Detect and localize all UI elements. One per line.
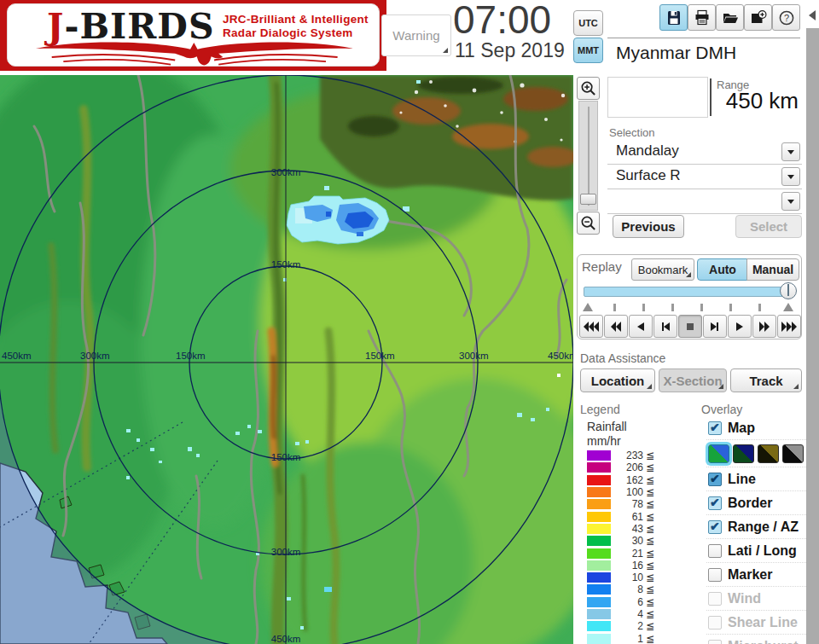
extra-dropdown[interactable]	[607, 189, 802, 214]
checkbox[interactable]	[708, 592, 722, 606]
play-button[interactable]	[728, 315, 752, 338]
checkbox[interactable]	[708, 544, 722, 558]
open-folder-button[interactable]	[716, 4, 744, 31]
help-icon: ?	[778, 9, 795, 26]
play-reverse-button[interactable]	[629, 315, 653, 338]
site-dropdown-button[interactable]	[781, 142, 800, 161]
svg-text:?: ?	[783, 13, 788, 23]
overlay-item-microburst[interactable]: Microburst	[706, 634, 806, 644]
xsection-button[interactable]: X-Section	[659, 368, 727, 392]
logo-band: J-BIRDS JRC-Brilliant & Intelligent Rada…	[0, 0, 386, 71]
corner-arrow-icon	[647, 384, 652, 389]
logo-box: J-BIRDS JRC-Brilliant & Intelligent Rada…	[7, 3, 380, 67]
checkbox[interactable]	[708, 616, 722, 629]
svg-text:300km: 300km	[459, 351, 489, 361]
map-style-swatch-2[interactable]	[733, 444, 754, 463]
legend-scale: 233≦ 206≦ 162≦ 100≦ 78≦ 61≦ 43≦ 30≦ 21≦ …	[587, 450, 689, 644]
slider-tick	[642, 304, 645, 311]
extra-dropdown-button[interactable]	[781, 192, 800, 211]
legend-swatch	[587, 524, 611, 534]
collapse-panel-icon[interactable]	[809, 10, 816, 20]
step-forward-button[interactable]	[703, 315, 727, 338]
legend-row: 43≦	[587, 523, 689, 535]
utc-button[interactable]: UTC	[573, 10, 603, 36]
svg-text:300km: 300km	[271, 547, 301, 557]
selection-label: Selection	[609, 126, 654, 139]
stop-button[interactable]	[678, 315, 702, 338]
zoom-slider-thumb[interactable]	[580, 194, 596, 205]
header-divider	[607, 38, 800, 38]
product-dropdown-value: Surface R	[616, 167, 681, 184]
overlay-item-lati-long[interactable]: Lati / Long	[706, 538, 806, 562]
legend-unit-line1: Rainfall	[587, 420, 627, 433]
zoom-in-button[interactable]	[577, 77, 600, 100]
range-value: 450 km	[708, 88, 799, 114]
checkbox[interactable]	[708, 520, 722, 534]
overlay-item-marker[interactable]: Marker	[706, 562, 806, 586]
map-style-swatch-4[interactable]	[782, 444, 804, 463]
mmt-button[interactable]: MMT	[573, 38, 603, 63]
legend-row: 16≦	[587, 560, 689, 571]
overlay-item-range-az[interactable]: Range / AZ	[706, 514, 806, 538]
replay-slider-thumb[interactable]	[780, 282, 797, 299]
add-image-button[interactable]	[744, 4, 772, 31]
legend-row: 162≦	[587, 474, 689, 486]
checkbox[interactable]	[708, 473, 722, 486]
select-button[interactable]: Select	[735, 215, 802, 238]
forward-fast-button[interactable]	[777, 315, 801, 338]
svg-text:300km: 300km	[80, 351, 110, 361]
svg-text:150km: 150km	[365, 351, 395, 361]
corner-arrow-icon	[686, 272, 691, 277]
bookmark-button[interactable]: Bookmark	[631, 258, 694, 281]
corner-arrow-icon	[718, 384, 723, 389]
auto-button[interactable]: Auto	[697, 258, 748, 281]
overlay-item-wind[interactable]: Wind	[706, 586, 806, 610]
overlay-item-map[interactable]: Map	[706, 416, 806, 439]
overlay-item-shear-line[interactable]: Shear Line	[706, 610, 806, 634]
replay-slider-track[interactable]	[584, 287, 795, 297]
map-style-swatch-1[interactable]	[708, 444, 729, 463]
legend-row: 8≦	[587, 583, 689, 595]
svg-text:450km: 450km	[271, 634, 301, 644]
help-button[interactable]: ?	[772, 4, 800, 31]
svg-text:150km: 150km	[271, 259, 301, 270]
legend-swatch	[587, 512, 611, 522]
rewind-button[interactable]	[604, 315, 628, 338]
track-button[interactable]: Track	[730, 368, 802, 392]
range-empty-box	[607, 77, 708, 118]
play-reverse-icon	[635, 322, 647, 332]
product-dropdown[interactable]: Surface R	[607, 165, 802, 189]
panel-edge-strip[interactable]	[806, 28, 819, 644]
legend-label: Legend	[580, 403, 620, 416]
radar-map[interactable]: 450km 300km 150km 150km 300km 450km 300k…	[0, 75, 573, 644]
slider-tick	[700, 304, 703, 311]
legend-row: 100≦	[587, 486, 689, 498]
overlay-item-border[interactable]: Border	[706, 490, 806, 514]
legend-swatch	[587, 597, 611, 607]
warning-button[interactable]: Warning	[381, 15, 451, 56]
location-button[interactable]: Location	[580, 368, 655, 392]
corner-arrow-icon	[793, 384, 799, 389]
checkbox[interactable]	[708, 568, 722, 582]
clock-date: 11 Sep 2019	[455, 39, 565, 62]
zoom-slider[interactable]	[578, 101, 598, 211]
checkbox[interactable]	[708, 640, 722, 644]
overlay-item-line[interactable]: Line	[706, 467, 806, 490]
manual-button[interactable]: Manual	[746, 258, 799, 281]
forward-button[interactable]	[752, 315, 776, 338]
site-dropdown[interactable]: Mandalay	[607, 140, 802, 165]
legend-swatch	[587, 572, 611, 583]
checkbox[interactable]	[708, 421, 722, 435]
chevron-down-icon	[787, 200, 794, 204]
step-back-button[interactable]	[653, 315, 677, 338]
previous-button[interactable]: Previous	[613, 215, 684, 238]
legend-swatch	[587, 487, 611, 497]
map-style-swatch-3[interactable]	[758, 444, 779, 463]
checkbox[interactable]	[708, 496, 722, 510]
zoom-out-button[interactable]	[577, 212, 600, 235]
legend-row: 78≦	[587, 498, 689, 510]
rewind-fast-button[interactable]	[579, 315, 603, 338]
print-button[interactable]	[688, 4, 716, 31]
product-dropdown-button[interactable]	[781, 167, 800, 186]
save-button[interactable]	[659, 4, 688, 31]
